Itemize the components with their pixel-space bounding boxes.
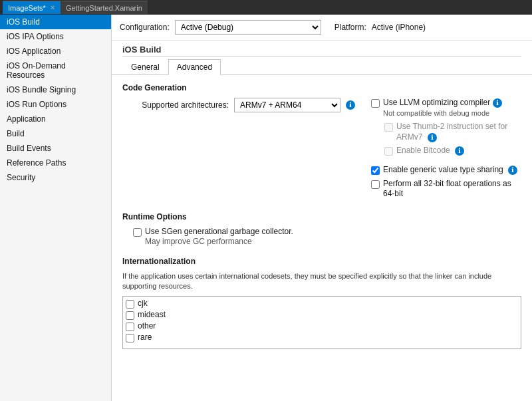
sidebar-item-ios-run-options[interactable]: iOS Run Options [0, 97, 111, 112]
mideast-checkbox[interactable] [126, 311, 134, 320]
llvm-checkbox[interactable] [371, 99, 380, 108]
tab-gettingstarted-label: GettingStarted.Xamarin [66, 4, 142, 12]
arch-label: Supported architectures: [122, 100, 229, 110]
llvm-row: Use LLVM optimizing compilerℹ Not compat… [371, 98, 521, 118]
sidebar-item-ios-bundle-signing[interactable]: iOS Bundle Signing [0, 82, 111, 97]
other-checkbox[interactable] [126, 323, 134, 331]
llvm-info-icon[interactable]: ℹ [493, 98, 502, 108]
bitcode-row: Enable Bitcode ℹ [384, 146, 521, 156]
code-generation-layout: Supported architectures: ARMv7 + ARM64 ℹ… [122, 98, 521, 203]
sidebar-item-ios-build[interactable]: iOS Build [0, 15, 111, 29]
list-item: cjk [126, 298, 518, 309]
cjk-checkbox[interactable] [126, 300, 134, 309]
sidebar-item-application[interactable]: Application [0, 112, 111, 126]
list-item: other [126, 321, 518, 332]
float32-checkbox[interactable] [371, 180, 380, 189]
thumb2-info-icon[interactable]: ℹ [428, 133, 437, 142]
panel-content: Code Generation Supported architectures:… [112, 75, 532, 401]
sidebar-item-security[interactable]: Security [0, 170, 111, 185]
code-generation-header: Code Generation [122, 83, 521, 92]
arch-info-icon[interactable]: ℹ [346, 100, 355, 110]
bitcode-info-icon[interactable]: ℹ [455, 146, 464, 156]
tab-imagesets-close[interactable]: ✕ [50, 4, 55, 11]
left-column: Supported architectures: ARMv7 + ARM64 ℹ [122, 98, 355, 203]
tab-advanced[interactable]: Advanced [168, 59, 221, 75]
ios-build-header: iOS Build [112, 41, 532, 56]
platform-value: Active (iPhone) [372, 23, 426, 32]
arch-field-row: Supported architectures: ARMv7 + ARM64 ℹ [122, 98, 355, 112]
title-bar: ImageSets* ✕ GettingStarted.Xamarin [0, 0, 532, 15]
runtime-options-section: Runtime Options Use SGen generational ga… [122, 212, 521, 247]
rare-checkbox[interactable] [126, 334, 134, 342]
generic-value-row: Enable generic value type sharing ℹ [371, 165, 521, 176]
float32-row: Perform all 32-bit float operations as 6… [371, 179, 521, 200]
right-column: Use LLVM optimizing compilerℹ Not compat… [366, 98, 521, 203]
content-area: Configuration: Active (Debug) Platform: … [112, 15, 532, 401]
sidebar-item-ios-application[interactable]: iOS Application [0, 44, 111, 59]
sidebar-item-build-events[interactable]: Build Events [0, 141, 111, 156]
sidebar-item-build[interactable]: Build [0, 126, 111, 141]
arch-select[interactable]: ARMv7 + ARM64 [234, 98, 340, 112]
generic-value-info-icon[interactable]: ℹ [508, 166, 517, 175]
intl-list[interactable]: cjk mideast other rare [122, 296, 521, 349]
config-bar: Configuration: Active (Debug) Platform: … [112, 15, 532, 41]
list-item: mideast [126, 309, 518, 321]
tabs-bar: General Advanced [112, 57, 532, 75]
configuration-select[interactable]: Active (Debug) [175, 20, 321, 35]
thumb2-row: Use Thumb-2 instruction set for ARMv7 ℹ [384, 122, 521, 142]
sidebar-item-ios-ipa-options[interactable]: iOS IPA Options [0, 29, 111, 44]
sgen-checkbox[interactable] [133, 228, 142, 237]
intl-header: Internationalization [122, 257, 521, 266]
bitcode-checkbox[interactable] [384, 147, 393, 156]
configuration-label: Configuration: [120, 23, 170, 32]
sidebar: iOS Build iOS IPA Options iOS Applicatio… [0, 15, 112, 401]
intl-description: If the application uses certain internat… [122, 271, 521, 292]
tab-imagesets-label: ImageSets* [8, 4, 46, 12]
list-item: rare [126, 332, 518, 343]
tab-gettingstarted[interactable]: GettingStarted.Xamarin [61, 1, 148, 14]
generic-value-checkbox[interactable] [371, 166, 380, 175]
main-layout: iOS Build iOS IPA Options iOS Applicatio… [0, 15, 532, 401]
runtime-header: Runtime Options [122, 212, 521, 221]
internationalization-section: Internationalization If the application … [122, 257, 521, 349]
tab-general[interactable]: General [122, 59, 168, 75]
tab-imagesets[interactable]: ImageSets* ✕ [3, 1, 61, 14]
sidebar-item-ios-on-demand[interactable]: iOS On-Demand Resources [0, 59, 111, 82]
sgen-row: Use SGen generational garbage collector.… [133, 227, 521, 247]
platform-label: Platform: [334, 23, 366, 32]
sidebar-item-reference-paths[interactable]: Reference Paths [0, 156, 111, 170]
thumb2-checkbox[interactable] [384, 123, 393, 132]
